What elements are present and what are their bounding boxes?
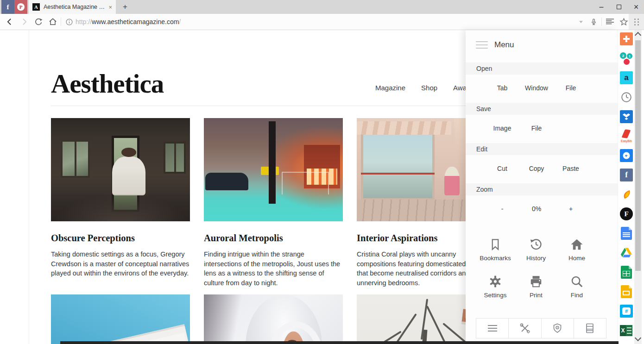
messenger-icon xyxy=(620,149,633,162)
url-field[interactable]: http://www.aestheticamagazine.com/ xyxy=(76,14,181,30)
reading-list-button[interactable] xyxy=(574,319,606,338)
url-path: / xyxy=(179,18,181,25)
browser-menu-panel: Menu Open Tab Window File Save Image Fil… xyxy=(466,30,618,344)
sidebar-scrollbar[interactable] xyxy=(634,30,642,344)
tools-icon xyxy=(519,323,530,334)
list-view-button[interactable] xyxy=(476,319,509,338)
site-nav: Magazine Shop Awards xyxy=(375,84,476,92)
pinned-tab-pinterest[interactable]: P xyxy=(14,0,27,14)
home-outline-icon xyxy=(48,17,57,26)
section-label: Zoom xyxy=(476,186,493,193)
sidebar-item[interactable] xyxy=(620,266,633,279)
scroll-down-icon[interactable] xyxy=(635,335,641,341)
section-label: Edit xyxy=(476,145,487,153)
menu-item-open-tab[interactable]: Tab xyxy=(485,84,519,92)
nav-link-magazine[interactable]: Magazine xyxy=(375,84,405,92)
dropdown-button[interactable] xyxy=(576,14,586,30)
menu-item-paste[interactable]: Paste xyxy=(554,165,588,172)
menu-section-save: Save xyxy=(466,103,618,115)
article-image-auroral-metropolis[interactable] xyxy=(204,118,343,221)
zoom-level-value: 0% xyxy=(519,205,554,213)
menu-item-copy[interactable]: Copy xyxy=(519,165,554,172)
sidebar-item[interactable] xyxy=(620,188,633,201)
scrollbar-thumb[interactable] xyxy=(635,40,641,271)
article-image-fabric-portrait[interactable] xyxy=(204,294,343,344)
sidebar-item[interactable]: EasyBib xyxy=(620,130,633,143)
browser-window: f P A Aesthetica Magazine – T... × + – × xyxy=(0,0,644,344)
fence-shape xyxy=(282,172,329,194)
tools-button[interactable] xyxy=(509,319,541,338)
sidebar-item[interactable]: 2 1 xyxy=(620,52,633,65)
site-logo[interactable]: Aesthetica xyxy=(51,69,164,99)
nav-link-shop[interactable]: Shop xyxy=(421,84,437,92)
forward-icon xyxy=(19,17,29,26)
f-serif-icon: F xyxy=(620,207,633,220)
shortcut-label: History xyxy=(526,255,546,262)
sidebar-item[interactable] xyxy=(620,246,633,259)
sidebar-item[interactable]: f xyxy=(620,169,633,181)
sidebar-item[interactable] xyxy=(620,227,633,240)
find-button[interactable]: Find xyxy=(556,275,597,299)
refresh-button[interactable] xyxy=(32,14,45,30)
reader-book-icon xyxy=(585,323,595,334)
history-icon xyxy=(529,238,543,251)
curtain-shape xyxy=(357,121,451,135)
article-title[interactable]: Auroral Metropolis xyxy=(204,233,343,244)
print-button[interactable]: Print xyxy=(516,275,556,299)
home-menu-button[interactable]: Home xyxy=(556,238,597,262)
site-favicon: A xyxy=(32,3,40,11)
article-title[interactable]: Obscure Perceptions xyxy=(51,233,190,244)
overflow-dots-icon xyxy=(634,19,639,25)
window-shape xyxy=(61,140,90,178)
shortcut-label: Home xyxy=(568,255,585,262)
maximize-icon xyxy=(617,5,621,9)
menu-footer-toolbar xyxy=(476,318,606,338)
maximize-button[interactable] xyxy=(611,0,627,14)
minimize-icon: – xyxy=(600,3,604,11)
zoom-in-button[interactable]: + xyxy=(554,205,588,213)
sidebar-item[interactable] xyxy=(620,149,633,162)
bookmarks-button[interactable]: Bookmarks xyxy=(475,238,516,262)
article-image-architecture[interactable] xyxy=(51,294,190,344)
facebook-icon: f xyxy=(7,3,9,11)
minimize-button[interactable]: – xyxy=(593,0,610,14)
back-button[interactable] xyxy=(3,14,17,30)
forward-button[interactable] xyxy=(17,14,31,30)
close-window-button[interactable]: × xyxy=(628,0,644,14)
new-tab-button[interactable]: + xyxy=(118,0,132,14)
menu-item-open-window[interactable]: Window xyxy=(519,84,554,92)
scroll-up-icon[interactable] xyxy=(635,32,641,38)
settings-button[interactable]: Settings xyxy=(475,275,516,299)
sidebar-item[interactable] xyxy=(620,32,633,45)
sidebar-item[interactable]: # xyxy=(620,305,633,318)
active-tab[interactable]: A Aesthetica Magazine – T... × xyxy=(29,0,116,14)
menu-item-open-file[interactable]: File xyxy=(554,84,588,92)
sidebar-item[interactable]: F xyxy=(620,207,633,220)
reader-mode-button[interactable] xyxy=(603,14,617,30)
menu-item-cut[interactable]: Cut xyxy=(485,165,519,172)
tab-close-icon[interactable]: × xyxy=(108,4,112,11)
menu-row-open: Tab Window File xyxy=(485,82,598,94)
voice-search-button[interactable] xyxy=(587,14,600,30)
hamburger-icon[interactable] xyxy=(476,41,488,49)
menu-section-zoom: Zoom xyxy=(466,183,618,195)
sidebar-item[interactable] xyxy=(620,110,633,123)
sidebar-item[interactable] xyxy=(620,285,633,298)
home-button[interactable] xyxy=(46,14,60,30)
article-image-obscure-perceptions[interactable] xyxy=(51,118,190,221)
menu-item-save-image[interactable]: Image xyxy=(485,125,519,132)
security-button[interactable] xyxy=(542,319,574,338)
overflow-menu-button[interactable] xyxy=(629,14,644,30)
clock-icon xyxy=(620,91,633,104)
sidebar-item[interactable]: a xyxy=(620,71,633,84)
pinned-tab-facebook[interactable]: f xyxy=(1,0,14,14)
menu-item-save-file[interactable]: File xyxy=(519,125,554,132)
sidebar-item[interactable] xyxy=(620,91,633,104)
sidebar-item[interactable]: X xyxy=(620,324,633,337)
history-button[interactable]: History xyxy=(516,238,556,262)
article-excerpt: Finding intrigue within the strange inte… xyxy=(204,250,343,288)
info-icon xyxy=(65,18,73,26)
page-info-button[interactable] xyxy=(62,14,76,30)
menu-header: Menu xyxy=(466,37,618,53)
zoom-out-button[interactable]: - xyxy=(485,205,519,213)
